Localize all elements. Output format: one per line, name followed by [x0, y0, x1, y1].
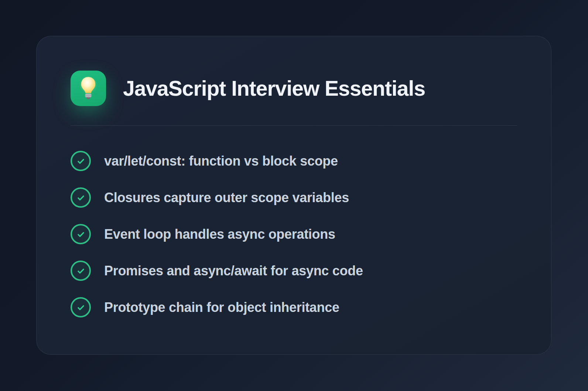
check-circle-icon	[71, 297, 91, 317]
check-circle-icon	[71, 261, 91, 281]
check-circle-icon	[71, 187, 91, 208]
check-circle-icon	[71, 224, 91, 244]
page-title: JavaScript Interview Essentials	[123, 77, 425, 100]
checklist-item-label: Closures capture outer scope variables	[104, 190, 349, 205]
content-card: JavaScript Interview Essentials var/let/…	[36, 36, 551, 355]
checklist-item-label: Prototype chain for object inheritance	[104, 300, 339, 315]
lightbulb-icon	[71, 71, 106, 106]
checklist-item: Event loop handles async operations	[71, 224, 517, 244]
header-divider	[71, 125, 517, 126]
check-circle-icon	[71, 151, 91, 171]
checklist: var/let/const: function vs block scope C…	[71, 151, 517, 317]
card-header: JavaScript Interview Essentials	[71, 71, 517, 106]
checklist-item: Closures capture outer scope variables	[71, 187, 517, 208]
checklist-item-label: var/let/const: function vs block scope	[104, 153, 338, 169]
checklist-item: Promises and async/await for async code	[71, 261, 517, 281]
checklist-item-label: Event loop handles async operations	[104, 227, 335, 242]
checklist-item: Prototype chain for object inheritance	[71, 297, 517, 317]
checklist-item: var/let/const: function vs block scope	[71, 151, 517, 171]
checklist-item-label: Promises and async/await for async code	[104, 263, 363, 279]
